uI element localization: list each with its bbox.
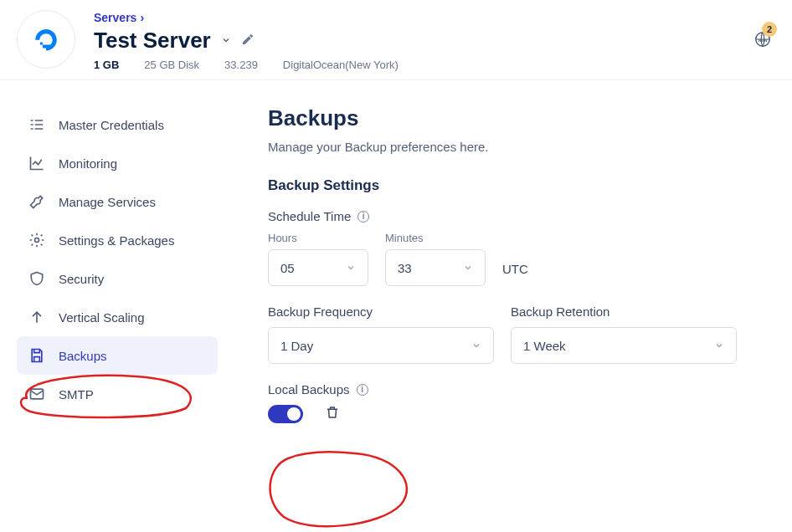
list-icon <box>28 116 45 133</box>
backup-frequency-select[interactable]: 1 Day <box>268 327 494 364</box>
delete-local-backups-button[interactable] <box>325 405 340 423</box>
minutes-value: 33 <box>398 261 412 275</box>
breadcrumb-label: Servers <box>94 11 136 24</box>
server-ip: 33.239 <box>224 59 258 71</box>
save-icon <box>28 347 45 364</box>
wrench-icon <box>28 193 45 210</box>
minutes-select[interactable]: 33 <box>385 249 486 286</box>
local-backups-label: Local Backups i <box>268 382 767 396</box>
sidebar-item-settings-packages[interactable]: Settings & Packages <box>17 221 218 259</box>
sidebar-item-vertical-scaling[interactable]: Vertical Scaling <box>17 298 218 336</box>
sidebar-item-label: Manage Services <box>59 195 156 209</box>
chevron-down-icon <box>471 339 481 353</box>
backup-frequency-value: 1 Day <box>280 339 313 353</box>
sidebar-item-label: Monitoring <box>59 156 117 171</box>
breadcrumb[interactable]: Servers › <box>94 11 144 24</box>
sidebar-item-label: SMTP <box>59 387 94 402</box>
edit-server-button[interactable] <box>241 33 255 49</box>
sidebar: Master Credentials Monitoring Manage Ser… <box>0 105 218 423</box>
server-header: Servers › Test Server 1 GB 25 GB Disk 33… <box>0 0 792 80</box>
chevron-down-icon <box>463 261 473 275</box>
sidebar-item-monitoring[interactable]: Monitoring <box>17 144 218 182</box>
sidebar-item-label: Vertical Scaling <box>59 310 145 325</box>
schedule-time-label: Schedule Time i <box>268 209 767 223</box>
gear-icon <box>28 232 45 248</box>
notifications-button[interactable]: www 2 <box>753 30 772 52</box>
pencil-icon <box>241 33 255 46</box>
mail-icon <box>28 386 45 402</box>
server-meta: 1 GB 25 GB Disk 33.239 DigitalOcean(New … <box>94 59 399 71</box>
arrow-up-icon <box>28 309 45 325</box>
sidebar-item-label: Master Credentials <box>59 118 164 132</box>
sidebar-item-manage-services[interactable]: Manage Services <box>17 182 218 221</box>
svg-point-2 <box>35 238 39 243</box>
sidebar-item-smtp[interactable]: SMTP <box>17 375 218 413</box>
sidebar-item-label: Backups <box>59 349 107 363</box>
info-icon[interactable]: i <box>357 384 368 396</box>
sidebar-item-security[interactable]: Security <box>17 259 218 298</box>
backup-retention-label: Backup Retention <box>511 304 737 319</box>
sidebar-item-backups[interactable]: Backups <box>17 336 218 375</box>
provider-logo <box>17 10 75 69</box>
server-switch-dropdown[interactable] <box>221 33 231 49</box>
chevron-down-icon <box>714 339 724 353</box>
annotation-circle-local-backups <box>263 450 414 530</box>
chevron-right-icon: › <box>140 11 144 24</box>
page-title: Backups <box>268 105 767 131</box>
backup-frequency-label: Backup Frequency <box>268 304 494 319</box>
shield-icon <box>28 270 45 287</box>
local-backups-toggle[interactable] <box>268 405 303 423</box>
backup-retention-value: 1 Week <box>523 339 566 353</box>
sidebar-item-label: Settings & Packages <box>59 233 174 248</box>
server-provider: DigitalOcean(New York) <box>283 59 399 71</box>
server-ram: 1 GB <box>94 59 119 71</box>
minutes-label: Minutes <box>385 232 486 244</box>
notification-count-badge: 2 <box>762 22 777 37</box>
chevron-down-icon <box>346 261 356 275</box>
info-icon[interactable]: i <box>357 211 369 223</box>
timezone-label: UTC <box>502 262 528 286</box>
chart-icon <box>28 155 45 171</box>
hours-value: 05 <box>280 261 295 275</box>
chevron-down-icon <box>221 35 231 45</box>
server-info: Servers › Test Server 1 GB 25 GB Disk 33… <box>94 10 399 71</box>
trash-icon <box>325 405 340 420</box>
server-disk: 25 GB Disk <box>144 59 199 71</box>
backup-settings-heading: Backup Settings <box>268 177 767 194</box>
sidebar-item-label: Security <box>59 272 104 286</box>
server-name: Test Server <box>94 28 211 54</box>
page-subtitle: Manage your Backup preferences here. <box>268 140 767 154</box>
svg-text:www: www <box>758 38 768 43</box>
hours-select[interactable]: 05 <box>268 249 368 286</box>
sidebar-item-master-credentials[interactable]: Master Credentials <box>17 105 218 144</box>
digitalocean-icon <box>32 25 60 54</box>
hours-label: Hours <box>268 232 368 244</box>
main-content: Backups Manage your Backup preferences h… <box>218 105 792 423</box>
backup-retention-select[interactable]: 1 Week <box>511 327 737 364</box>
